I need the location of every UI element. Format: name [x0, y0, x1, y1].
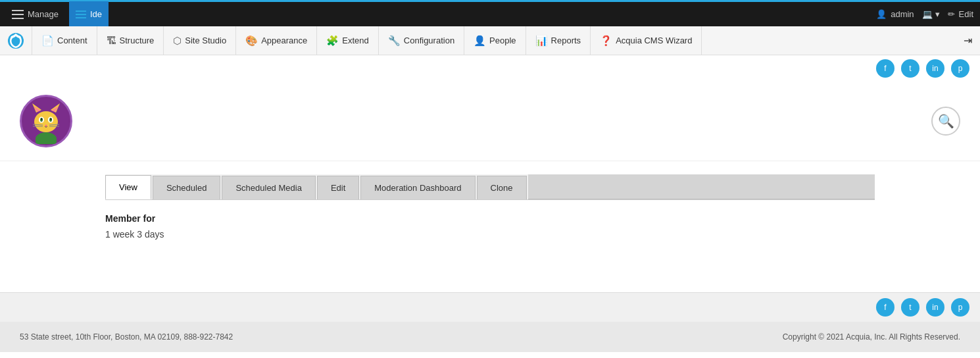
pencil-icon: ✏: [948, 9, 955, 19]
nav-item-configuration[interactable]: 🔧 Configuration: [379, 26, 464, 55]
tab-edit[interactable]: Edit: [317, 176, 359, 199]
drupal-icon: [8, 33, 24, 49]
admin-bar-right: 👤 admin 💻 ▾ ✏ Edit: [876, 9, 973, 19]
acquia-icon: ❓: [600, 35, 612, 47]
admin-bar: Manage Ide 👤 admin 💻 ▾ ✏ Edit: [0, 0, 980, 26]
facebook-icon[interactable]: f: [876, 59, 894, 78]
tab-view-label: View: [119, 182, 137, 192]
configuration-icon: 🔧: [388, 35, 401, 47]
content-icon: 📄: [41, 35, 54, 47]
svg-point-11: [51, 118, 52, 120]
admin-user[interactable]: 👤 admin: [876, 9, 914, 19]
nav-item-people[interactable]: 👤 People: [464, 26, 526, 55]
twitter-icon[interactable]: t: [901, 59, 919, 78]
structure-icon: 🏗: [107, 35, 116, 46]
nav-item-reports[interactable]: 📊 Reports: [526, 26, 591, 55]
footer-linkedin-icon[interactable]: in: [926, 298, 944, 317]
svg-point-8: [40, 118, 43, 122]
tab-scheduled-media-label: Scheduled Media: [235, 183, 301, 193]
nav-item-site-studio[interactable]: ⬡ Site Studio: [164, 26, 236, 55]
pinterest-icon[interactable]: p: [951, 59, 969, 78]
top-social-bar: f t in p: [0, 55, 980, 82]
tab-edit-label: Edit: [331, 183, 345, 193]
footer-address: 53 State street, 10th Floor, Boston, MA …: [20, 332, 233, 342]
manage-label: Manage: [28, 9, 59, 19]
nav-item-content[interactable]: 📄 Content: [32, 26, 97, 55]
admin-bar-left: Manage Ide: [7, 1, 109, 28]
search-icon: 🔍: [938, 113, 954, 129]
member-info: Member for 1 week 3 days: [105, 200, 875, 253]
site-header: 🔍: [0, 82, 980, 161]
nav-label-extend: Extend: [342, 36, 368, 45]
svg-point-9: [49, 118, 52, 122]
chevron-down-icon: ▾: [935, 9, 940, 19]
search-button[interactable]: 🔍: [931, 107, 960, 136]
footer-twitter-icon[interactable]: t: [901, 298, 919, 317]
people-icon: 👤: [474, 35, 486, 47]
tab-scheduled-media[interactable]: Scheduled Media: [222, 176, 315, 199]
tab-scheduled[interactable]: Scheduled: [153, 176, 220, 199]
linkedin-icon[interactable]: in: [926, 59, 944, 78]
edit-label: Edit: [959, 9, 973, 19]
nav-item-structure[interactable]: 🏗 Structure: [97, 26, 164, 55]
member-for-label: Member for: [105, 213, 875, 224]
site-footer: 53 State street, 10th Floor, Boston, MA …: [0, 322, 980, 352]
site-studio-icon: ⬡: [173, 35, 182, 47]
nav-label-configuration: Configuration: [404, 36, 454, 45]
nav-collapse-button[interactable]: ⇥: [956, 34, 980, 47]
reports-icon: 📊: [535, 35, 548, 47]
nav-label-content: Content: [57, 36, 87, 45]
edit-button[interactable]: ✏ Edit: [948, 9, 973, 19]
cat-avatar-image: [23, 98, 69, 144]
device-icon: 💻: [922, 9, 933, 19]
nav-label-people: People: [489, 36, 516, 45]
svg-rect-18: [36, 136, 57, 144]
ide-button[interactable]: Ide: [69, 1, 109, 28]
footer-social-bar: f t in p: [0, 292, 980, 322]
nav-items: 📄 Content 🏗 Structure ⬡ Site Studio 🎨 Ap…: [32, 26, 702, 55]
drupal-logo[interactable]: [0, 26, 32, 55]
nav-label-site-studio: Site Studio: [185, 36, 226, 45]
content-area: View Scheduled Scheduled Media Edit Mode…: [0, 174, 980, 253]
hamburger-icon: [12, 10, 24, 19]
tabs-bar: View Scheduled Scheduled Media Edit Mode…: [105, 174, 875, 200]
tab-clone-label: Clone: [491, 183, 513, 193]
tabs-fill: [528, 174, 875, 199]
ide-icon: [76, 11, 86, 18]
tab-moderation-dashboard-label: Moderation Dashboard: [374, 183, 461, 193]
user-icon: 👤: [876, 9, 887, 19]
tab-clone[interactable]: Clone: [477, 176, 527, 199]
nav-item-appearance[interactable]: 🎨 Appearance: [236, 26, 317, 55]
footer-pinterest-icon[interactable]: p: [951, 298, 969, 317]
nav-item-acquia-wizard[interactable]: ❓ Acquia CMS Wizard: [591, 26, 702, 55]
tab-moderation-dashboard[interactable]: Moderation Dashboard: [360, 176, 475, 199]
svg-point-1: [34, 111, 58, 132]
footer-facebook-icon[interactable]: f: [876, 298, 894, 317]
svg-point-10: [41, 118, 43, 120]
device-switcher[interactable]: 💻 ▾: [922, 9, 940, 19]
tab-scheduled-label: Scheduled: [166, 183, 207, 193]
drupal-nav: 📄 Content 🏗 Structure ⬡ Site Studio 🎨 Ap…: [0, 26, 980, 55]
nav-item-extend[interactable]: 🧩 Extend: [317, 26, 378, 55]
admin-username: admin: [891, 9, 914, 19]
nav-label-appearance: Appearance: [261, 36, 307, 45]
nav-label-structure: Structure: [120, 36, 155, 45]
member-for-value: 1 week 3 days: [105, 229, 875, 240]
manage-button[interactable]: Manage: [7, 7, 64, 22]
tab-view[interactable]: View: [105, 175, 151, 199]
ide-label: Ide: [90, 9, 102, 19]
nav-label-acquia-wizard: Acquia CMS Wizard: [616, 36, 692, 45]
extend-icon: 🧩: [326, 35, 339, 47]
site-logo: [20, 95, 72, 147]
footer-copyright: Copyright © 2021 Acquia, Inc. All Rights…: [783, 332, 960, 342]
nav-label-reports: Reports: [551, 36, 581, 45]
appearance-icon: 🎨: [245, 35, 258, 47]
